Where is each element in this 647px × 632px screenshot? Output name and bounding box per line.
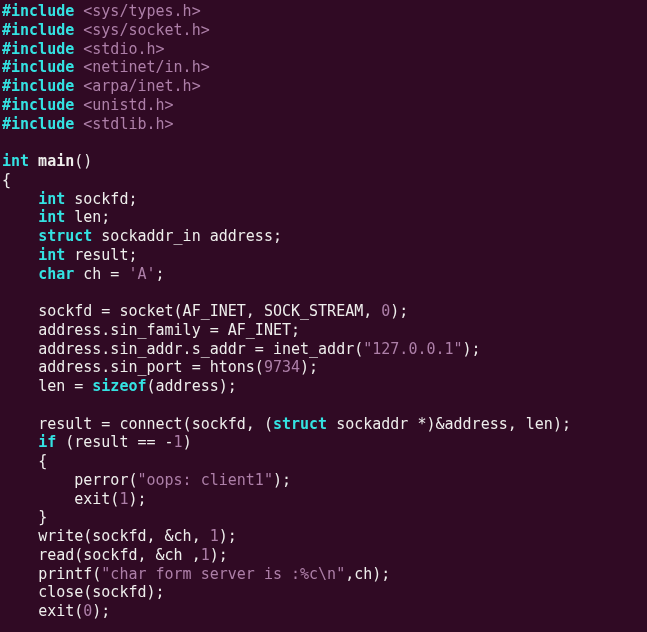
indent xyxy=(2,302,38,320)
indent xyxy=(2,546,38,564)
connect-rest: sockaddr *)&address, len); xyxy=(327,415,571,433)
preproc-include: #include xyxy=(2,58,83,76)
kw-sizeof: sizeof xyxy=(92,377,146,395)
indent xyxy=(2,415,38,433)
indent xyxy=(2,246,38,264)
header-unistd: <unistd.h> xyxy=(83,96,173,114)
assign-len: len = xyxy=(38,377,92,395)
decl-sockfd: sockfd; xyxy=(65,190,137,208)
indent xyxy=(2,471,74,489)
kw-struct: struct xyxy=(38,227,92,245)
decl-ch: ch = xyxy=(74,265,128,283)
indent xyxy=(2,583,38,601)
string-oops: "oops: client1" xyxy=(137,471,272,489)
preproc-include: #include xyxy=(2,40,83,58)
header-stdio: <stdio.h> xyxy=(83,40,164,58)
close-paren: ) xyxy=(183,433,192,451)
brace-open: { xyxy=(38,452,47,470)
indent xyxy=(2,508,38,526)
call-write: write(sockfd, &ch, xyxy=(38,527,210,545)
indent xyxy=(2,340,38,358)
preproc-include: #include xyxy=(2,21,83,39)
close-paren: ); xyxy=(219,527,237,545)
indent xyxy=(2,321,38,339)
preproc-include: #include xyxy=(2,96,83,114)
call-exit: exit( xyxy=(38,602,83,620)
sizeof-arg: (address); xyxy=(147,377,237,395)
indent xyxy=(2,527,38,545)
call-perror: perror( xyxy=(74,471,137,489)
indent xyxy=(2,565,38,583)
type-int: int xyxy=(38,208,65,226)
header-sys-socket: <sys/socket.h> xyxy=(83,21,209,39)
call-htons: address.sin_port = htons( xyxy=(38,358,264,376)
close-paren: ); xyxy=(92,602,110,620)
string-fmt: "char form server is :%c\n" xyxy=(101,565,345,583)
close-paren: ); xyxy=(463,340,481,358)
indent xyxy=(2,452,38,470)
close-paren: ); xyxy=(273,471,291,489)
header-arpa-inet: <arpa/inet.h> xyxy=(83,77,200,95)
indent xyxy=(2,227,38,245)
brace-open: { xyxy=(2,171,11,189)
preproc-include: #include xyxy=(2,115,83,133)
brace-close: } xyxy=(38,508,47,526)
number-0: 0 xyxy=(83,602,92,620)
printf-rest: ,ch); xyxy=(345,565,390,583)
close-paren: ); xyxy=(210,546,228,564)
char-literal-A: 'A' xyxy=(128,265,155,283)
header-netinet-in: <netinet/in.h> xyxy=(83,58,209,76)
type-int: int xyxy=(2,152,29,170)
number-1: 1 xyxy=(174,433,183,451)
preproc-include: #include xyxy=(2,2,83,20)
indent xyxy=(2,208,38,226)
indent xyxy=(2,265,38,283)
if-cond: (result == - xyxy=(56,433,173,451)
assign-sin-family: address.sin_family = AF_INET; xyxy=(38,321,300,339)
indent xyxy=(2,433,38,451)
close-paren: ); xyxy=(300,358,318,376)
type-int: int xyxy=(38,246,65,264)
decl-len: len; xyxy=(65,208,110,226)
indent xyxy=(2,190,38,208)
call-inet-addr: address.sin_addr.s_addr = inet_addr( xyxy=(38,340,363,358)
call-connect: result = connect(sockfd, ( xyxy=(38,415,273,433)
kw-struct: struct xyxy=(273,415,327,433)
kw-if: if xyxy=(38,433,56,451)
header-stdlib: <stdlib.h> xyxy=(83,115,173,133)
header-sys-types: <sys/types.h> xyxy=(83,2,200,20)
preproc-include: #include xyxy=(2,77,83,95)
indent xyxy=(2,490,74,508)
number-1: 1 xyxy=(210,527,219,545)
call-read: read(sockfd, &ch , xyxy=(38,546,201,564)
decl-result: result; xyxy=(65,246,137,264)
call-socket: sockfd = socket(AF_INET, SOCK_STREAM, xyxy=(38,302,381,320)
string-ip: "127.0.0.1" xyxy=(363,340,462,358)
type-int: int xyxy=(38,190,65,208)
call-printf: printf( xyxy=(38,565,101,583)
indent xyxy=(2,377,38,395)
number-1: 1 xyxy=(201,546,210,564)
close-paren: ); xyxy=(390,302,408,320)
decl-address: sockaddr_in address; xyxy=(92,227,282,245)
indent xyxy=(2,602,38,620)
call-close: close(sockfd); xyxy=(38,583,164,601)
number-port: 9734 xyxy=(264,358,300,376)
func-main: main xyxy=(29,152,74,170)
number-0: 0 xyxy=(381,302,390,320)
type-char: char xyxy=(38,265,74,283)
semi: ; xyxy=(156,265,165,283)
parens: () xyxy=(74,152,92,170)
close-paren: ); xyxy=(128,490,146,508)
call-exit: exit( xyxy=(74,490,119,508)
code-editor[interactable]: #include <sys/types.h> #include <sys/soc… xyxy=(0,0,647,632)
indent xyxy=(2,358,38,376)
